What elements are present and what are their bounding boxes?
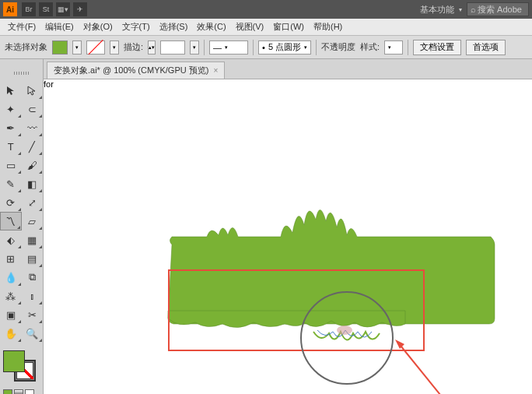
bullet-icon: •	[262, 43, 265, 52]
perspective-tool[interactable]: ▦	[22, 230, 44, 249]
menu-effect[interactable]: 效果(C)	[192, 19, 230, 34]
direct-selection-tool[interactable]	[22, 81, 44, 100]
svg-marker-2	[395, 339, 404, 349]
rectangle-tool[interactable]: ▭	[0, 156, 22, 174]
brush-dropdown[interactable]: —▾	[209, 40, 248, 55]
annotation-arrow	[394, 338, 471, 394]
rotate-tool[interactable]: ⟳	[0, 193, 22, 212]
bridge-icon[interactable]: Br	[22, 2, 36, 16]
tab-close-icon[interactable]: ×	[213, 66, 218, 75]
profile-dropdown[interactable]: • 5 点圆形 ▾	[258, 40, 311, 55]
free-transform-tool[interactable]: ▱	[22, 212, 43, 230]
control-bar: 未选择对象 ▾ ▾ 描边: ▴▾ ▾ —▾ • 5 点圆形 ▾ 不透明度 样式:…	[0, 36, 532, 59]
fill-swatch[interactable]	[52, 40, 68, 55]
separator	[253, 40, 254, 55]
color-mode-gradient[interactable]	[14, 389, 23, 394]
separator	[204, 40, 205, 55]
fill-dropdown-icon[interactable]: ▾	[72, 40, 82, 55]
color-mode-none[interactable]	[25, 389, 34, 394]
menu-type[interactable]: 文字(T)	[117, 19, 155, 34]
toolbox: ✦ ⊂ ✒ 〰 T ╱ ▭ 🖌 ✎ ◧ ⟳ ⤢ 〽 ▱ ⬖ ▦	[0, 59, 44, 394]
eraser-tool[interactable]: ◧	[22, 174, 44, 193]
type-tool[interactable]: T	[0, 137, 22, 156]
stroke-width-input[interactable]	[160, 40, 185, 55]
svg-line-1	[397, 342, 464, 394]
color-mode-solid[interactable]	[3, 389, 12, 394]
hand-tool[interactable]: ✋	[0, 324, 22, 343]
selection-status: 未选择对象	[5, 41, 47, 53]
menubar: 文件(F) 编辑(E) 对象(O) 文字(T) 选择(S) 效果(C) 视图(V…	[0, 19, 532, 36]
stock-icon[interactable]: St	[39, 2, 53, 16]
opacity-label: 不透明度	[321, 41, 355, 53]
document-tab[interactable]: 变换对象.ai* @ 100% (CMYK/GPU 预览) ×	[47, 62, 225, 79]
menu-edit[interactable]: 编辑(E)	[40, 19, 79, 34]
stroke-width-dropdown-icon[interactable]: ▾	[190, 40, 199, 55]
eyedropper-tool[interactable]: 💧	[0, 268, 22, 287]
separator	[316, 40, 317, 55]
scale-tool[interactable]: ⤢	[22, 193, 44, 212]
width-tool[interactable]: 〽	[0, 212, 22, 230]
menu-window[interactable]: 窗口(W)	[268, 19, 309, 34]
blend-tool[interactable]: ⧉	[22, 268, 44, 287]
fill-color-box[interactable]	[3, 350, 25, 372]
toolbox-grab[interactable]	[0, 72, 43, 78]
search-box[interactable]: ⌕ 搜索 Adobe	[467, 2, 529, 16]
separator	[408, 40, 408, 55]
stroke-dropdown-icon[interactable]: ▾	[110, 40, 119, 55]
pen-tool[interactable]: ✒	[0, 118, 22, 137]
shape-builder-tool[interactable]: ⬖	[0, 230, 22, 249]
document-setup-button[interactable]: 文档设置	[413, 40, 461, 55]
gradient-tool[interactable]: ▤	[22, 249, 44, 268]
menu-file[interactable]: 文件(F)	[3, 19, 40, 34]
tab-title: 变换对象.ai* @ 100% (CMYK/GPU 预览)	[54, 65, 208, 76]
preferences-button[interactable]: 首选项	[466, 40, 506, 55]
lasso-tool[interactable]: ⊂	[22, 100, 44, 118]
profile-value: 5 点圆形	[268, 41, 301, 53]
canvas[interactable]	[44, 89, 532, 394]
magnified-detail	[302, 293, 392, 383]
menu-view[interactable]: 视图(V)	[231, 19, 269, 34]
slice-tool[interactable]: ✂	[22, 305, 44, 324]
search-icon: ⌕	[471, 5, 476, 14]
artboard-tool[interactable]: ▣	[0, 305, 22, 324]
style-dropdown[interactable]: ▾	[384, 40, 403, 55]
arrange-icon[interactable]: ▦▾	[56, 2, 70, 16]
graph-tool[interactable]: ⫾	[22, 287, 44, 305]
line-tool[interactable]: ╱	[22, 137, 44, 156]
pencil-tool[interactable]: ✎	[0, 174, 22, 193]
titlebar: Ai Br St ▦▾ ✈ 基本功能 ▾ ⌕ 搜索 Adobe	[0, 0, 532, 19]
menu-object[interactable]: 对象(O)	[79, 19, 117, 34]
magic-wand-tool[interactable]: ✦	[0, 100, 22, 118]
menu-help[interactable]: 帮助(H)	[309, 19, 347, 34]
workspace-dropdown-icon[interactable]: ▾	[459, 6, 462, 13]
style-label: 样式:	[360, 41, 380, 53]
rocket-icon[interactable]: ✈	[73, 2, 87, 16]
mesh-tool[interactable]: ⊞	[0, 249, 22, 268]
zoom-tool[interactable]: 🔍	[22, 324, 44, 343]
fill-stroke-control[interactable]	[0, 347, 43, 385]
ai-logo: Ai	[3, 2, 17, 16]
curvature-tool[interactable]: 〰	[22, 118, 44, 137]
symbol-sprayer-tool[interactable]: ⁂	[0, 287, 22, 305]
canvas-area[interactable]: for	[44, 79, 532, 394]
workspace-label[interactable]: 基本功能	[420, 4, 454, 16]
magnifier-circle	[300, 291, 394, 385]
document-tab-bar: 变换对象.ai* @ 100% (CMYK/GPU 预览) ×	[44, 59, 532, 79]
selection-tool[interactable]	[0, 81, 22, 100]
stroke-stepper-icon[interactable]: ▴▾	[148, 40, 156, 55]
menu-select[interactable]: 选择(S)	[155, 19, 193, 34]
search-placeholder: 搜索 Adobe	[478, 4, 522, 16]
stroke-swatch[interactable]	[86, 40, 105, 55]
paintbrush-tool[interactable]: 🖌	[22, 156, 44, 174]
stroke-label: 描边:	[124, 41, 143, 53]
svg-point-0	[337, 325, 352, 335]
